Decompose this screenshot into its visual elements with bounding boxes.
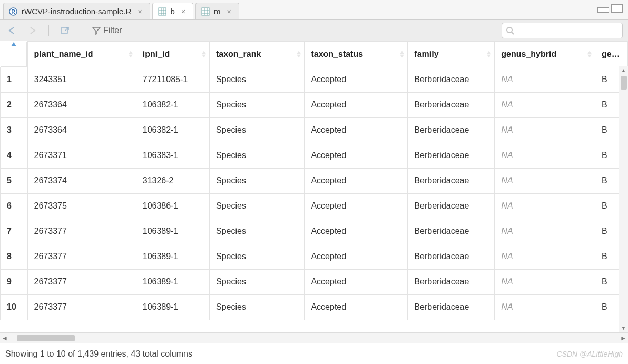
scroll-left-icon[interactable]: ◄ — [0, 335, 9, 342]
scroll-track[interactable] — [620, 75, 627, 324]
row-number: 3 — [1, 117, 28, 143]
table-icon — [201, 7, 210, 16]
scroll-down-icon[interactable]: ▼ — [619, 324, 628, 332]
scroll-thumb[interactable] — [621, 76, 627, 90]
tab-script[interactable]: R rWCVP-instroduction-sample.R × — [3, 3, 150, 19]
window-controls — [597, 4, 623, 13]
data-grid: plant_name_id ipni_id taxon_rank taxon_s… — [0, 41, 628, 320]
filter-button[interactable]: Filter — [90, 25, 124, 36]
table-row[interactable]: 22673364106382-1SpeciesAcceptedBerberida… — [1, 92, 628, 117]
col-label: genu — [602, 50, 622, 58]
svg-line-14 — [512, 32, 514, 34]
cell-taxon-status: Accepted — [305, 244, 408, 269]
cell-ipni-id: 106389-1 — [136, 294, 209, 320]
cell-taxon-rank: Species — [209, 193, 304, 219]
cell-genus-hybrid: NA — [495, 168, 595, 193]
close-icon[interactable]: × — [225, 7, 231, 16]
close-icon[interactable]: × — [135, 7, 142, 16]
minimize-pane-button[interactable] — [597, 7, 609, 13]
cell-taxon-status: Accepted — [305, 168, 408, 193]
data-viewer-toolbar: Filter — [0, 20, 628, 41]
cell-genus-hybrid: NA — [495, 219, 595, 244]
funnel-icon — [92, 26, 101, 35]
col-plant-name-id[interactable]: plant_name_id — [27, 42, 136, 67]
col-taxon-rank[interactable]: taxon_rank — [209, 42, 304, 67]
vertical-scrollbar[interactable]: ▲ ▼ — [619, 66, 628, 332]
cell-family: Berberidaceae — [408, 67, 495, 92]
table-row[interactable]: 5267337431326-2SpeciesAcceptedBerberidac… — [1, 168, 628, 193]
col-family[interactable]: family — [408, 42, 495, 67]
scroll-right-icon[interactable]: ► — [619, 335, 628, 342]
r-file-icon: R — [9, 7, 17, 16]
tab-label: rWCVP-instroduction-sample.R — [22, 7, 131, 16]
row-number: 8 — [1, 244, 28, 269]
forward-button[interactable] — [25, 25, 40, 36]
data-grid-wrap: plant_name_id ipni_id taxon_rank taxon_s… — [0, 41, 628, 332]
search-input[interactable] — [502, 23, 623, 38]
cell-taxon-rank: Species — [209, 143, 304, 168]
col-label: genus_hybrid — [501, 50, 556, 58]
svg-rect-12 — [61, 28, 67, 33]
cell-taxon-status: Accepted — [305, 67, 408, 92]
scroll-up-icon[interactable]: ▲ — [619, 66, 628, 75]
table-row[interactable]: 82673377106389-1SpeciesAcceptedBerberida… — [1, 244, 628, 269]
row-number: 2 — [1, 92, 28, 117]
svg-point-13 — [507, 27, 512, 33]
col-genus-hybrid[interactable]: genus_hybrid — [495, 42, 595, 67]
cell-family: Berberidaceae — [408, 143, 495, 168]
scroll-thumb[interactable] — [17, 335, 75, 341]
col-ipni-id[interactable]: ipni_id — [136, 42, 209, 67]
sort-icon — [587, 51, 592, 57]
table-row[interactable]: 32673364106382-1SpeciesAcceptedBerberida… — [1, 117, 628, 143]
row-number: 7 — [1, 219, 28, 244]
tab-data-b[interactable]: b × — [152, 3, 194, 19]
cell-genus-hybrid: NA — [495, 193, 595, 219]
cell-family: Berberidaceae — [408, 117, 495, 143]
svg-text:R: R — [11, 9, 15, 15]
cell-family: Berberidaceae — [408, 294, 495, 320]
cell-plant-name-id: 2673377 — [27, 294, 136, 320]
table-row[interactable]: 62673375106386-1SpeciesAcceptedBerberida… — [1, 193, 628, 219]
col-genus-partial[interactable]: genu — [595, 42, 628, 67]
row-number: 5 — [1, 168, 28, 193]
tab-bar: R rWCVP-instroduction-sample.R × b × m × — [0, 0, 628, 20]
cell-ipni-id: 106386-1 — [136, 193, 209, 219]
svg-rect-7 — [202, 8, 209, 15]
status-bar: Showing 1 to 10 of 1,439 entries, 43 tot… — [0, 343, 628, 364]
cell-ipni-id: 106382-1 — [136, 92, 209, 117]
sort-icon — [400, 51, 404, 57]
cell-taxon-status: Accepted — [305, 269, 408, 294]
svg-rect-2 — [159, 8, 166, 15]
back-button[interactable] — [5, 25, 20, 36]
table-row[interactable]: 42673371106383-1SpeciesAcceptedBerberida… — [1, 143, 628, 168]
popout-button[interactable] — [57, 25, 72, 36]
scroll-track[interactable] — [9, 335, 619, 342]
cell-ipni-id: 106389-1 — [136, 244, 209, 269]
col-taxon-status[interactable]: taxon_status — [305, 42, 408, 67]
maximize-pane-button[interactable] — [611, 4, 623, 13]
cell-family: Berberidaceae — [408, 219, 495, 244]
table-row[interactable]: 1324335177211085-1SpeciesAcceptedBerberi… — [1, 67, 628, 92]
cell-taxon-status: Accepted — [305, 143, 408, 168]
row-header-corner[interactable] — [1, 42, 27, 67]
entries-summary: Showing 1 to 10 of 1,439 entries, 43 tot… — [5, 349, 192, 359]
horizontal-scrollbar[interactable]: ◄ ► — [0, 332, 628, 343]
table-row[interactable]: 92673377106389-1SpeciesAcceptedBerberida… — [1, 269, 628, 294]
col-label: ipni_id — [143, 50, 170, 58]
cell-plant-name-id: 2673375 — [27, 193, 136, 219]
table-row[interactable]: 72673377106389-1SpeciesAcceptedBerberida… — [1, 219, 628, 244]
cell-taxon-rank: Species — [209, 269, 304, 294]
row-number: 4 — [1, 143, 28, 168]
close-icon[interactable]: × — [179, 7, 185, 16]
cell-genus-hybrid: NA — [495, 244, 595, 269]
cell-genus-hybrid: NA — [495, 117, 595, 143]
tab-data-m[interactable]: m × — [195, 3, 239, 19]
tab-label: b — [171, 7, 175, 16]
row-number: 6 — [1, 193, 28, 219]
cell-taxon-rank: Species — [209, 117, 304, 143]
filter-label: Filter — [103, 26, 122, 35]
row-number: 1 — [1, 67, 28, 92]
cell-genus-hybrid: NA — [495, 294, 595, 320]
cell-taxon-rank: Species — [209, 219, 304, 244]
table-row[interactable]: 102673377106389-1SpeciesAcceptedBerberid… — [1, 294, 628, 320]
